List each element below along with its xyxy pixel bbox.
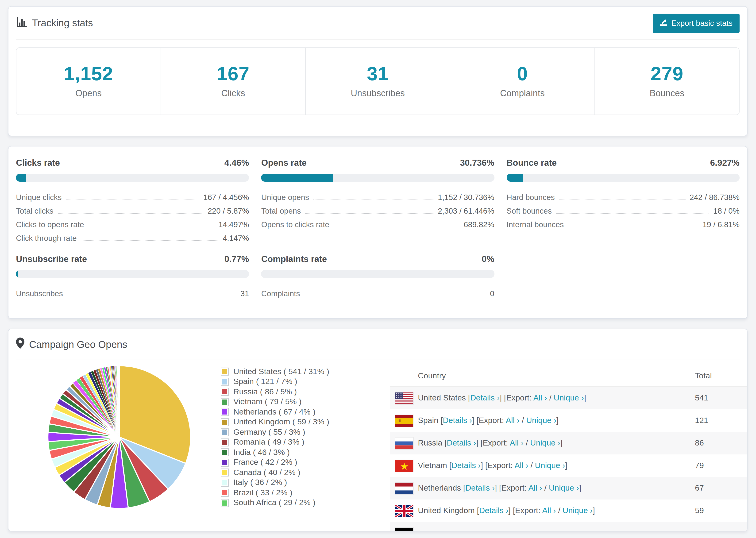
legend-label: Spain ( 121 / 7% ) (233, 377, 297, 387)
rate-stat-value: 19 / 6.81% (702, 220, 739, 229)
legend-swatch (221, 398, 229, 406)
stat-box: 31 Unsubscribes (306, 48, 450, 115)
rate-stat-row: Internal bounces 19 / 6.81% (507, 215, 739, 229)
details-link[interactable]: Details › (447, 439, 476, 447)
legend-swatch (221, 479, 229, 487)
stat-label: Opens (17, 88, 161, 99)
geo-title-text: Campaign Geo Opens (29, 339, 127, 350)
rate-stat-label: Unique opens (261, 193, 309, 202)
rate-stat-label: Hard bounces (507, 193, 555, 202)
rate-title: Clicks rate (16, 158, 60, 168)
details-link[interactable]: Details › (465, 484, 495, 493)
export-icon (660, 18, 668, 28)
stat-box: 1,152 Opens (17, 48, 161, 115)
dotted-leader (333, 227, 459, 227)
rate-title: Bounce rate (507, 158, 557, 168)
legend-item[interactable]: Russia ( 86 / 5% ) (221, 387, 361, 397)
details-link[interactable]: Details › (452, 461, 481, 470)
rate-rows: Unsubscribes 31 (16, 285, 249, 298)
stat-box: 0 Complaints (450, 48, 595, 115)
export-all-link[interactable]: All › (510, 439, 523, 447)
details-link[interactable]: Details › (479, 506, 509, 515)
legend-item[interactable]: Germany ( 55 / 3% ) (221, 427, 361, 437)
campaign-geo-opens-card: Campaign Geo Opens United States ( 541 /… (8, 329, 747, 531)
rate-stat-value: 1,152 / 30.736% (438, 193, 494, 202)
rate-block: Bounce rate 6.927% Hard bounces 242 / 86… (507, 158, 739, 243)
bar-chart-icon (16, 16, 27, 30)
export-all-link[interactable]: All › (542, 506, 556, 515)
rate-progress-bar (16, 174, 249, 182)
rate-progress-fill (16, 270, 18, 278)
map-marker-icon (16, 338, 25, 351)
legend-item[interactable]: United States ( 541 / 31% ) (221, 367, 361, 377)
rate-progress-fill (16, 174, 26, 182)
legend-swatch (221, 449, 229, 457)
rate-stat-row: Opens to clicks rate 689.82% (261, 215, 495, 229)
legend-label: France ( 42 / 2% ) (233, 458, 297, 467)
export-all-link[interactable]: All › (514, 461, 528, 470)
de-flag (395, 527, 413, 531)
export-unique-link[interactable]: Unique › (526, 416, 557, 425)
rate-stat-value: 220 / 5.87% (208, 207, 249, 215)
rate-stat-value: 242 / 86.738% (689, 193, 739, 202)
details-link[interactable]: Details › (470, 394, 500, 402)
rate-stat-row: Hard bounces 242 / 86.738% (507, 188, 739, 202)
export-unique-link[interactable]: Unique › (563, 506, 593, 515)
export-unique-link[interactable]: Unique › (535, 461, 565, 470)
legend-item[interactable]: India ( 46 / 3% ) (221, 447, 361, 457)
rate-stat-label: Total clicks (16, 207, 54, 215)
legend-label: Brazil ( 33 / 2% ) (233, 488, 292, 498)
geo-body: United States ( 541 / 31% ) Spain ( 121 … (9, 360, 747, 531)
legend-item[interactable]: France ( 42 / 2% ) (221, 457, 361, 467)
legend-item[interactable]: Vietnam ( 79 / 5% ) (221, 397, 361, 407)
country-cell: United States [Details ›] [Export: All ›… (418, 394, 586, 403)
rate-value: 30.736% (460, 158, 494, 168)
export-all-link[interactable]: All › (506, 416, 519, 425)
nl-flag (395, 482, 413, 494)
details-link[interactable]: Details › (443, 416, 472, 425)
legend-item[interactable]: Italy ( 36 / 2% ) (221, 478, 361, 488)
legend-item[interactable]: United Kingdom ( 59 / 3% ) (221, 417, 361, 427)
geo-header: Campaign Geo Opens (9, 329, 747, 360)
dotted-leader (313, 199, 434, 200)
export-unique-link[interactable]: Unique › (549, 484, 579, 493)
ru-flag (395, 437, 413, 449)
geo-pie-chart[interactable] (44, 362, 194, 512)
country-cell: Vietnam [Details ›] [Export: All › / Uni… (418, 461, 567, 470)
export-unique-link[interactable]: Unique › (530, 439, 561, 447)
rate-stat-value: 689.82% (464, 220, 494, 229)
country-column-header: Country (418, 371, 446, 386)
export-all-link[interactable]: All › (533, 394, 547, 402)
legend-item[interactable]: Brazil ( 33 / 2% ) (221, 488, 361, 498)
legend-item[interactable]: Spain ( 121 / 7% ) (221, 377, 361, 387)
dotted-leader (305, 213, 433, 214)
dotted-leader (556, 213, 709, 214)
rate-progress-fill (261, 174, 333, 182)
rate-value: 4.46% (225, 158, 249, 168)
export-basic-stats-button[interactable]: Export basic stats (653, 13, 739, 32)
rate-stat-label: Click through rate (16, 234, 77, 243)
rate-stat-label: Opens to clicks rate (261, 220, 329, 229)
legend-swatch (221, 378, 229, 386)
country-cell: Netherlands [Details ›] [Export: All › /… (418, 484, 581, 493)
total-column-header: Total (695, 371, 747, 386)
export-all-link[interactable]: All › (528, 484, 542, 493)
tracking-stats-title-text: Tracking stats (32, 17, 93, 28)
geo-table: Country Total United States [Details ›] … (390, 360, 747, 531)
country-cell: Russia [Details ›] [Export: All › / Uniq… (418, 439, 563, 448)
geo-table-row: United Kingdom [Details ›] [Export: All … (390, 500, 747, 522)
stat-value: 31 (306, 63, 450, 85)
legend-item[interactable]: South Africa ( 29 / 2% ) (221, 498, 361, 508)
geo-table-row: Spain [Details ›] [Export: All › / Uniqu… (390, 409, 747, 432)
legend-item[interactable]: Canada ( 40 / 2% ) (221, 467, 361, 478)
export-unique-link[interactable]: Unique › (554, 394, 584, 402)
rate-title: Complaints rate (261, 254, 327, 264)
rate-title: Opens rate (261, 158, 307, 168)
rate-stat-row: Complaints 0 (261, 285, 495, 298)
legend-swatch (221, 388, 229, 396)
country-cell: United Kingdom [Details ›] [Export: All … (418, 506, 595, 515)
total-cell: 121 (695, 416, 747, 425)
legend-item[interactable]: Romania ( 49 / 3% ) (221, 437, 361, 447)
legend-item[interactable]: Netherlands ( 67 / 4% ) (221, 407, 361, 417)
legend-label: Canada ( 40 / 2% ) (233, 468, 300, 477)
